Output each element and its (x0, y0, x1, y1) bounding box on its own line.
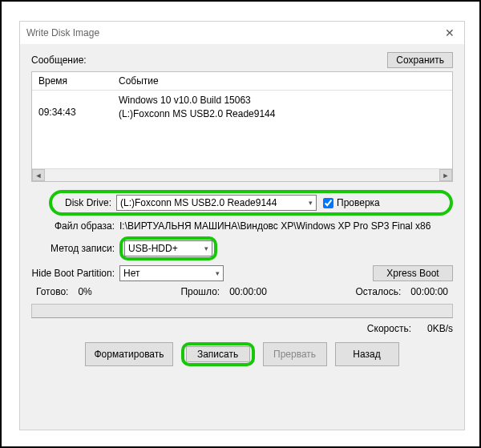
hide-boot-select[interactable]: Нет ▾ (119, 265, 224, 281)
disk-drive-label: Disk Drive: (57, 197, 116, 208)
scroll-right-icon[interactable]: ► (439, 169, 452, 181)
scroll-left-icon[interactable]: ◄ (32, 169, 45, 181)
write-method-value: USB-HDD+ (128, 243, 178, 254)
verify-label: Проверка (337, 197, 380, 208)
verify-checkbox-input[interactable] (323, 198, 333, 208)
save-button[interactable]: Сохранить (387, 52, 453, 68)
write-method-select[interactable]: USB-HDD+ ▾ (124, 240, 212, 256)
log-col-event: Событие (119, 75, 446, 87)
write-disk-image-window: Write Disk Image ✕ Сообщение: Сохранить … (19, 21, 465, 430)
elapsed-label: Прошло: (180, 286, 220, 297)
window-title: Write Disk Image (26, 27, 442, 38)
speed-label: Скорость: (367, 323, 411, 334)
xpress-boot-button[interactable]: Xpress Boot (373, 265, 453, 281)
image-file-value: I:\ВИРТУАЛЬНЯ МАШИНА\Виндовс ХР\Windows … (119, 220, 453, 232)
log-area: Время Событие 09:34:43 Windows 10 v10.0 … (31, 71, 453, 182)
message-label: Сообщение: (31, 54, 87, 66)
image-file-label: Файл образа: (31, 220, 119, 232)
log-row: 09:34:43 Windows 10 v10.0 Build 15063 (L… (32, 91, 452, 124)
hide-boot-label: Hide Boot Partition: (31, 268, 119, 279)
log-event-line: Windows 10 v10.0 Build 15063 (119, 94, 446, 107)
remaining-value: 00:00:00 (410, 286, 448, 297)
progress-bar (31, 304, 453, 318)
ready-label: Готово: (36, 286, 68, 297)
log-event-line: (L:)Foxconn MS USB2.0 Reade9144 (119, 107, 446, 121)
abort-button[interactable]: Прервать (263, 342, 327, 366)
speed-value: 0KB/s (427, 323, 453, 334)
disk-drive-select[interactable]: (L:)Foxconn MS USB2.0 Reade9144 ▾ (116, 195, 317, 211)
ready-value: 0% (78, 286, 91, 297)
back-button[interactable]: Назад (335, 342, 399, 366)
write-method-label: Метод записи: (31, 243, 119, 254)
chevron-down-icon: ▾ (204, 244, 208, 252)
format-button[interactable]: Форматировать (85, 342, 172, 366)
chevron-down-icon: ▾ (309, 199, 313, 207)
log-col-time: Время (38, 75, 119, 87)
disk-drive-value: (L:)Foxconn MS USB2.0 Reade9144 (120, 197, 277, 208)
log-time: 09:34:43 (38, 94, 119, 121)
chevron-down-icon: ▾ (216, 269, 220, 277)
write-button[interactable]: Записать (186, 346, 250, 362)
horizontal-scrollbar[interactable]: ◄ ► (32, 168, 452, 181)
verify-checkbox[interactable]: Проверка (323, 197, 380, 208)
titlebar: Write Disk Image ✕ (20, 22, 464, 44)
remaining-label: Осталось: (356, 286, 402, 297)
close-icon[interactable]: ✕ (442, 26, 458, 39)
elapsed-value: 00:00:00 (229, 286, 267, 297)
hide-boot-value: Нет (123, 268, 139, 279)
